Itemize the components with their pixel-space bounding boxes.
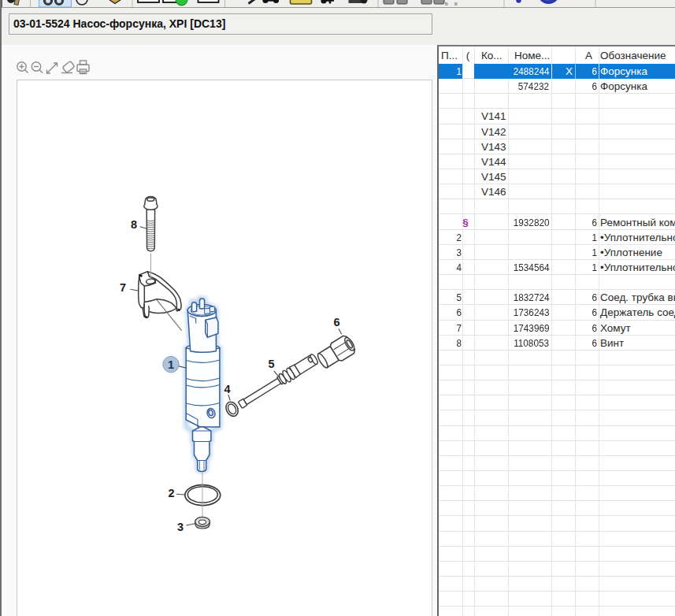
svg-text:7: 7 xyxy=(120,281,126,294)
svg-text:4: 4 xyxy=(224,383,230,395)
svg-text:1: 1 xyxy=(168,358,174,371)
svg-text:2: 2 xyxy=(168,487,174,499)
svg-text:3: 3 xyxy=(177,521,184,533)
svg-text:6: 6 xyxy=(333,316,339,328)
svg-text:5: 5 xyxy=(268,358,274,370)
svg-text:8: 8 xyxy=(131,218,137,231)
